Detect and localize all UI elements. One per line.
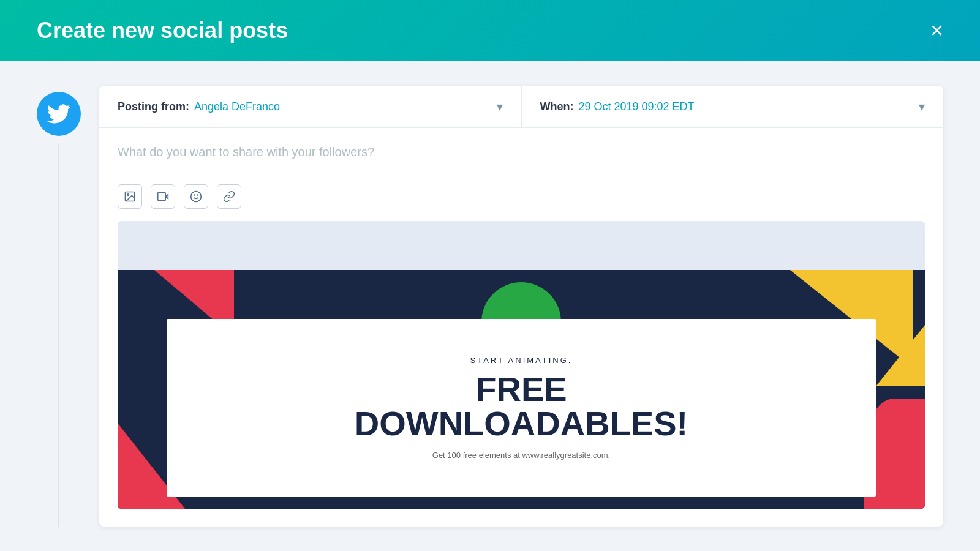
preview-container: START ANIMATING. FREEDOWNLOADABLES! Get … (118, 221, 925, 509)
emoji-icon (190, 190, 202, 203)
twitter-icon (47, 102, 70, 126)
content-box: START ANIMATING. FREEDOWNLOADABLES! Get … (167, 319, 876, 497)
post-card: Posting from: Angela DeFranco ▾ When: 29… (99, 86, 943, 527)
post-toolbar (118, 184, 925, 209)
post-placeholder[interactable]: What do you want to share with your foll… (118, 145, 925, 170)
platform-sidebar (37, 86, 81, 527)
video-button[interactable] (151, 184, 175, 209)
modal-title: Create new social posts (37, 18, 288, 43)
main-content: Posting from: Angela DeFranco ▾ When: 29… (0, 61, 980, 551)
preview-graphic: START ANIMATING. FREEDOWNLOADABLES! Get … (118, 270, 925, 509)
when-chevron-icon: ▾ (919, 99, 925, 114)
post-content-area: What do you want to share with your foll… (99, 128, 943, 521)
posting-from-value: Angela DeFranco (194, 100, 497, 113)
when-value: 29 Oct 2019 09:02 EDT (578, 100, 919, 113)
when-section[interactable]: When: 29 Oct 2019 09:02 EDT ▾ (522, 86, 944, 127)
svg-point-1 (127, 194, 129, 196)
twitter-avatar[interactable] (37, 92, 81, 136)
sidebar-line (58, 143, 59, 527)
video-icon (157, 190, 169, 203)
preview-caption: Get 100 free elements at www.reallygreat… (432, 451, 610, 460)
link-button[interactable] (217, 184, 241, 209)
preview-title: FREEDOWNLOADABLES! (355, 372, 688, 441)
image-button[interactable] (118, 184, 142, 209)
preview-subtitle: START ANIMATING. (470, 356, 573, 365)
posting-from-chevron-icon: ▾ (497, 99, 503, 114)
posting-from-label: Posting from: (118, 100, 189, 113)
svg-rect-2 (158, 192, 166, 200)
close-button[interactable]: × (930, 20, 943, 42)
post-meta-row: Posting from: Angela DeFranco ▾ When: 29… (99, 86, 943, 128)
image-icon (124, 190, 136, 203)
modal-header: Create new social posts × (0, 0, 980, 61)
posting-from-section[interactable]: Posting from: Angela DeFranco ▾ (99, 86, 522, 127)
preview-top-bg (118, 221, 925, 270)
emoji-button[interactable] (184, 184, 208, 209)
svg-point-4 (191, 192, 202, 202)
link-icon (223, 190, 235, 203)
when-label: When: (540, 100, 574, 113)
